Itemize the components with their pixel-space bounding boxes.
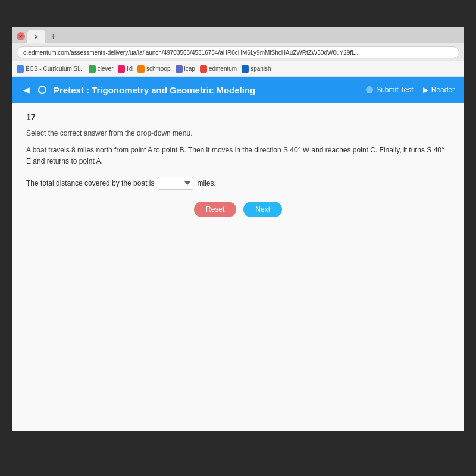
answer-row: The total distance covered by the boat i… <box>26 177 450 190</box>
ixl-label: ixl <box>127 65 132 72</box>
browser-chrome: ✕ x + o.edmentum.com/assessments-deliver… <box>12 27 464 77</box>
answer-prefix: The total distance covered by the boat i… <box>26 179 154 187</box>
screen: ✕ x + o.edmentum.com/assessments-deliver… <box>12 27 464 431</box>
url-input[interactable]: o.edmentum.com/assessments-delivery/ua/l… <box>17 46 459 58</box>
bookmark-schmoop[interactable]: schmoop <box>137 65 171 73</box>
submit-circle-icon <box>366 86 373 93</box>
ecs-icon <box>17 65 24 73</box>
schmoop-icon <box>137 65 145 73</box>
answer-dropdown[interactable]: 24 32 40 48 <box>158 177 193 190</box>
reader-arrow-icon: ▶ <box>423 86 428 94</box>
submit-test-label: Submit Test <box>376 86 413 94</box>
edmentum-icon <box>200 65 207 73</box>
tab-bar: ✕ x + <box>12 27 464 43</box>
submit-test-button[interactable]: Submit Test <box>366 86 413 94</box>
action-buttons: Reset Next <box>26 202 450 217</box>
tab-label: x <box>35 33 38 40</box>
clever-label: clever <box>98 65 114 72</box>
main-content: 17 Select the correct answer from the dr… <box>12 103 464 431</box>
reader-label: Reader <box>431 86 455 94</box>
clever-icon <box>89 65 96 73</box>
reader-button[interactable]: ▶ Reader <box>423 86 455 94</box>
tab-close-button[interactable]: ✕ <box>17 32 25 40</box>
schmoop-label: schmoop <box>146 65 171 72</box>
spanish-icon <box>242 65 249 73</box>
question-number: 17 <box>26 112 450 122</box>
header-right: Submit Test ▶ Reader <box>366 86 455 94</box>
laptop-frame: ✕ x + o.edmentum.com/assessments-deliver… <box>0 0 476 476</box>
url-text: o.edmentum.com/assessments-delivery/ua/l… <box>23 49 360 56</box>
edmentum-label: edmentum <box>209 65 237 72</box>
bookmark-ixl[interactable]: ixl <box>118 65 132 73</box>
header-left: ◀ Pretest : Trigonometry and Geometric M… <box>21 85 255 95</box>
ecs-label: ECS - Curriculum Si... <box>26 65 84 72</box>
answer-suffix: miles. <box>197 179 215 187</box>
app-header: ◀ Pretest : Trigonometry and Geometric M… <box>12 77 464 103</box>
bookmark-icap[interactable]: icap <box>176 65 195 73</box>
bookmarks-bar: ECS - Curriculum Si... clever ixl schmoo… <box>12 61 464 77</box>
active-tab[interactable]: x <box>27 30 45 43</box>
ixl-icon <box>118 65 125 73</box>
question-body-text: A boat travels 8 miles north from point … <box>26 146 444 165</box>
bookmark-ecs[interactable]: ECS - Curriculum Si... <box>17 65 84 73</box>
icap-label: icap <box>184 65 195 72</box>
bookmark-spanish[interactable]: spanish <box>242 65 271 73</box>
reset-button[interactable]: Reset <box>194 202 236 217</box>
next-button[interactable]: Next <box>243 202 282 217</box>
question-body: A boat travels 8 miles north from point … <box>26 145 450 167</box>
new-tab-button[interactable]: + <box>48 30 60 42</box>
bookmark-clever[interactable]: clever <box>89 65 114 73</box>
spanish-label: spanish <box>250 65 271 72</box>
back-nav-button[interactable]: ◀ <box>21 85 31 95</box>
info-icon <box>38 86 46 94</box>
bookmark-edmentum[interactable]: edmentum <box>200 65 237 73</box>
page-title: Pretest : Trigonometry and Geometric Mod… <box>54 85 255 95</box>
icap-icon <box>176 65 183 73</box>
instruction-text: Select the correct answer from the drop-… <box>26 129 450 137</box>
url-bar: o.edmentum.com/assessments-delivery/ua/l… <box>12 43 464 61</box>
